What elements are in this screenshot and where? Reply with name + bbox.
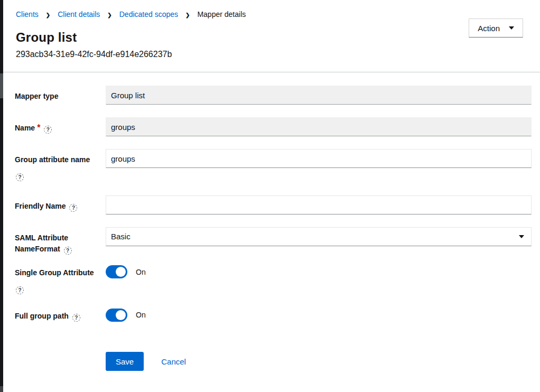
full-group-path-label: Full group path [15, 312, 69, 320]
friendly-name-help-icon[interactable]: ? [69, 204, 77, 212]
save-button[interactable]: Save [106, 352, 144, 371]
single-group-attribute-label: Single Group Attribute [15, 268, 94, 277]
form-row-full-group-path: Full group path? On [15, 309, 532, 322]
full-group-path-toggle[interactable] [106, 309, 127, 322]
friendly-name-input[interactable] [106, 195, 532, 214]
saml-attribute-nameformat-help-icon[interactable]: ? [64, 247, 72, 255]
toggle-knob [116, 267, 126, 277]
required-asterisk: * [37, 123, 40, 132]
group-attribute-name-help-icon[interactable]: ? [16, 173, 24, 181]
group-attribute-name-input[interactable] [106, 149, 532, 168]
page-header: Clients ❯ Client details ❯ Dedicated sco… [3, 0, 540, 59]
chevron-down-icon [509, 26, 514, 30]
single-group-attribute-state-label: On [136, 268, 146, 276]
chevron-right-icon: ❯ [185, 12, 190, 18]
single-group-attribute-help-icon[interactable]: ? [16, 286, 24, 294]
mapper-type-label: Mapper type [15, 92, 58, 100]
breadcrumb-current-mapper-details: Mapper details [197, 10, 246, 18]
chevron-right-icon: ❯ [46, 12, 50, 18]
form-row-single-group-attribute: Single Group Attribute ? On [15, 265, 532, 294]
sidebar-bottom-edge [0, 386, 3, 392]
name-label: Name [15, 124, 35, 132]
toggle-knob [116, 310, 126, 320]
form-row-mapper-type: Mapper type [15, 86, 532, 105]
form-row-group-attribute-name: Group attribute name ? [15, 149, 532, 181]
cancel-link[interactable]: Cancel [161, 357, 186, 366]
mapper-id: 293acb34-31e9-42fc-94df-e914e266237b [16, 50, 523, 59]
group-attribute-name-label: Group attribute name [15, 155, 90, 164]
collapsed-sidebar-edge [0, 0, 3, 392]
action-dropdown-label: Action [478, 24, 500, 33]
name-input [106, 117, 532, 136]
mapper-form: Mapper type Name*? Group attribute name … [3, 72, 540, 371]
full-group-path-help-icon[interactable]: ? [72, 314, 80, 322]
mapper-type-input [106, 86, 532, 105]
sidebar-active-item-edge [0, 73, 3, 98]
full-group-path-state-label: On [136, 311, 146, 319]
chevron-right-icon: ❯ [107, 12, 111, 18]
form-row-saml-attribute-nameformat: SAML Attribute NameFormat? Basic [15, 227, 532, 255]
breadcrumb-link-client-details[interactable]: Client details [58, 10, 100, 18]
breadcrumb-link-dedicated-scopes[interactable]: Dedicated scopes [119, 10, 178, 18]
saml-attribute-nameformat-selected-value: Basic [111, 232, 131, 241]
breadcrumb: Clients ❯ Client details ❯ Dedicated sco… [16, 10, 523, 18]
form-row-friendly-name: Friendly Name? [15, 195, 532, 214]
form-actions-row: Save Cancel [15, 352, 532, 371]
single-group-attribute-toggle[interactable] [106, 265, 127, 278]
action-dropdown-button[interactable]: Action [469, 18, 523, 38]
mapper-details-page: Clients ❯ Client details ❯ Dedicated sco… [3, 0, 540, 371]
saml-attribute-nameformat-select[interactable]: Basic [106, 227, 532, 246]
page-title: Group list [16, 30, 523, 45]
friendly-name-label: Friendly Name [15, 202, 66, 210]
saml-attribute-nameformat-label: SAML Attribute NameFormat [15, 234, 68, 254]
form-row-name: Name*? [15, 117, 532, 136]
name-help-icon[interactable]: ? [44, 126, 52, 134]
chevron-down-icon [519, 235, 524, 238]
breadcrumb-link-clients[interactable]: Clients [16, 10, 39, 18]
